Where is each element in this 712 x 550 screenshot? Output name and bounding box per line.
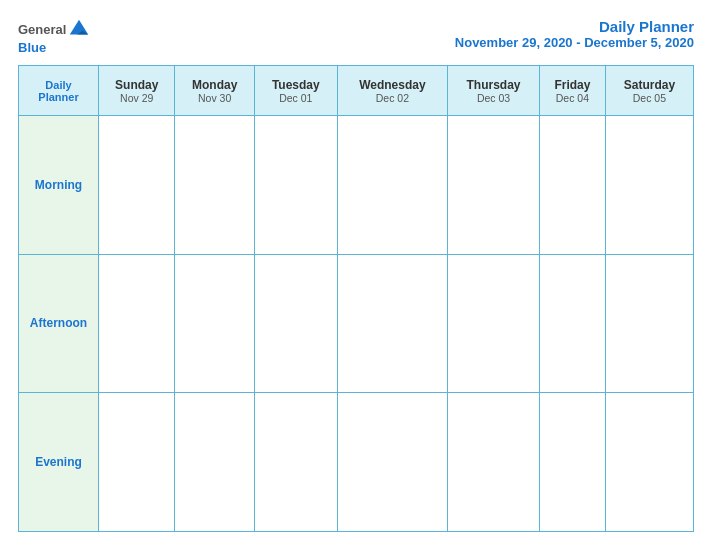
- planner-title: Daily Planner: [455, 18, 694, 35]
- afternoon-saturday[interactable]: [605, 254, 693, 393]
- evening-sunday[interactable]: [99, 393, 175, 532]
- monday-date: Nov 30: [179, 92, 249, 104]
- planner-table: Daily Planner Sunday Nov 29 Monday Nov 3…: [18, 65, 694, 532]
- table-row-evening: Evening: [19, 393, 694, 532]
- morning-saturday[interactable]: [605, 116, 693, 255]
- afternoon-label: Afternoon: [19, 254, 99, 393]
- evening-wednesday[interactable]: [337, 393, 447, 532]
- wednesday-label: Wednesday: [342, 78, 443, 92]
- friday-label: Friday: [544, 78, 601, 92]
- table-header-row: Daily Planner Sunday Nov 29 Monday Nov 3…: [19, 66, 694, 116]
- col-header-tuesday: Tuesday Dec 01: [254, 66, 337, 116]
- table-row-afternoon: Afternoon: [19, 254, 694, 393]
- logo: General Blue: [18, 18, 90, 55]
- table-row-morning: Morning: [19, 116, 694, 255]
- logo-blue-text: Blue: [18, 40, 46, 55]
- sunday-label: Sunday: [103, 78, 170, 92]
- col-header-sunday: Sunday Nov 29: [99, 66, 175, 116]
- afternoon-wednesday[interactable]: [337, 254, 447, 393]
- col-header-friday: Friday Dec 04: [540, 66, 606, 116]
- afternoon-friday[interactable]: [540, 254, 606, 393]
- morning-sunday[interactable]: [99, 116, 175, 255]
- thursday-date: Dec 03: [452, 92, 535, 104]
- morning-friday[interactable]: [540, 116, 606, 255]
- morning-tuesday[interactable]: [254, 116, 337, 255]
- evening-saturday[interactable]: [605, 393, 693, 532]
- afternoon-thursday[interactable]: [448, 254, 540, 393]
- col-header-saturday: Saturday Dec 05: [605, 66, 693, 116]
- evening-tuesday[interactable]: [254, 393, 337, 532]
- planner-header-cell: Daily Planner: [19, 66, 99, 116]
- evening-friday[interactable]: [540, 393, 606, 532]
- wednesday-date: Dec 02: [342, 92, 443, 104]
- afternoon-monday[interactable]: [175, 254, 254, 393]
- date-range: November 29, 2020 - December 5, 2020: [455, 35, 694, 50]
- col-header-thursday: Thursday Dec 03: [448, 66, 540, 116]
- svg-marker-0: [70, 20, 88, 35]
- evening-thursday[interactable]: [448, 393, 540, 532]
- title-area: Daily Planner November 29, 2020 - Decemb…: [455, 18, 694, 50]
- tuesday-label: Tuesday: [259, 78, 333, 92]
- afternoon-tuesday[interactable]: [254, 254, 337, 393]
- col-header-wednesday: Wednesday Dec 02: [337, 66, 447, 116]
- morning-monday[interactable]: [175, 116, 254, 255]
- saturday-label: Saturday: [610, 78, 689, 92]
- afternoon-sunday[interactable]: [99, 254, 175, 393]
- morning-label: Morning: [19, 116, 99, 255]
- sunday-date: Nov 29: [103, 92, 170, 104]
- planner-label-line1: Daily: [45, 79, 71, 91]
- planner-label-line2: Planner: [38, 91, 78, 103]
- col-header-monday: Monday Nov 30: [175, 66, 254, 116]
- page-header: General Blue Daily Planner November 29, …: [18, 18, 694, 55]
- logo-general-text: General: [18, 22, 66, 37]
- evening-monday[interactable]: [175, 393, 254, 532]
- morning-thursday[interactable]: [448, 116, 540, 255]
- monday-label: Monday: [179, 78, 249, 92]
- morning-wednesday[interactable]: [337, 116, 447, 255]
- thursday-label: Thursday: [452, 78, 535, 92]
- logo-icon: [68, 18, 90, 40]
- tuesday-date: Dec 01: [259, 92, 333, 104]
- saturday-date: Dec 05: [610, 92, 689, 104]
- evening-label: Evening: [19, 393, 99, 532]
- friday-date: Dec 04: [544, 92, 601, 104]
